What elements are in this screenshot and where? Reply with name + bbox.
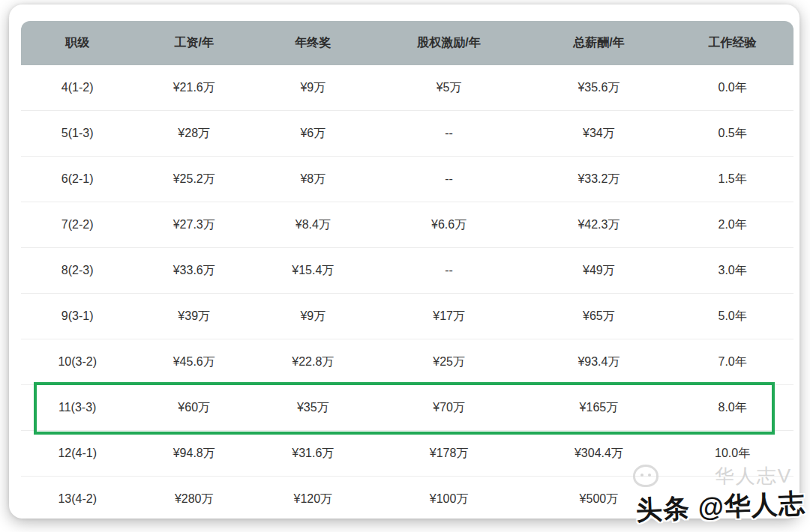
cell-level: 11(3-3) — [21, 385, 134, 431]
cell-experience: 0.5年 — [671, 111, 794, 157]
cell-level: 10(3-2) — [21, 339, 134, 385]
cell-bonus: ¥31.6万 — [254, 431, 372, 477]
table-row: 9(3-1)¥39万¥9万¥17万¥65万5.0年 — [21, 294, 794, 339]
table-row: 4(1-2)¥21.6万¥9万¥5万¥35.6万0.0年 — [21, 65, 794, 111]
cell-equity: -- — [372, 248, 526, 294]
cell-equity: ¥100万 — [372, 477, 526, 519]
cell-salary: ¥25.2万 — [134, 157, 254, 202]
cell-level: 5(1-3) — [21, 111, 134, 157]
cell-bonus: ¥6万 — [254, 111, 372, 157]
table-row: 7(2-2)¥27.3万¥8.4万¥6.6万¥42.3万2.0年 — [21, 202, 794, 248]
cell-equity: ¥6.6万 — [372, 202, 526, 248]
column-header-salary: 工资/年 — [134, 21, 254, 65]
cell-equity: ¥17万 — [372, 294, 526, 339]
cell-level: 4(1-2) — [21, 65, 134, 111]
table-row: 13(4-2)¥280万¥120万¥100万¥500万 — [21, 477, 794, 519]
cell-level: 7(2-2) — [21, 202, 134, 248]
column-header-total: 总薪酬/年 — [526, 21, 672, 65]
table-body: 4(1-2)¥21.6万¥9万¥5万¥35.6万0.0年5(1-3)¥28万¥6… — [21, 65, 794, 519]
salary-table-container: 职级 工资/年 年终奖 股权激励/年 总薪酬/年 工作经验 4(1-2)¥21.… — [21, 21, 794, 519]
column-header-experience: 工作经验 — [671, 21, 794, 65]
cell-level: 8(2-3) — [21, 248, 134, 294]
cell-experience: 8.0年 — [671, 385, 794, 431]
cell-bonus: ¥15.4万 — [254, 248, 372, 294]
table-row: 12(4-1)¥94.8万¥31.6万¥178万¥304.4万10.0年 — [21, 431, 794, 477]
cell-salary: ¥28万 — [134, 111, 254, 157]
column-header-level: 职级 — [21, 21, 134, 65]
cell-experience: 7.0年 — [671, 339, 794, 385]
cell-total: ¥35.6万 — [526, 65, 672, 111]
cell-bonus: ¥8万 — [254, 157, 372, 202]
cell-total: ¥42.3万 — [526, 202, 672, 248]
column-header-bonus: 年终奖 — [254, 21, 372, 65]
cell-salary: ¥60万 — [134, 385, 254, 431]
cell-total: ¥500万 — [526, 477, 672, 519]
cell-equity: -- — [372, 157, 526, 202]
cell-salary: ¥33.6万 — [134, 248, 254, 294]
cell-level: 9(3-1) — [21, 294, 134, 339]
cell-total: ¥304.4万 — [526, 431, 672, 477]
cell-experience: 0.0年 — [671, 65, 794, 111]
cell-salary: ¥280万 — [134, 477, 254, 519]
cell-bonus: ¥9万 — [254, 294, 372, 339]
salary-table: 职级 工资/年 年终奖 股权激励/年 总薪酬/年 工作经验 4(1-2)¥21.… — [21, 21, 794, 519]
cell-salary: ¥45.6万 — [134, 339, 254, 385]
table-row: 8(2-3)¥33.6万¥15.4万--¥49万3.0年 — [21, 248, 794, 294]
cell-bonus: ¥9万 — [254, 65, 372, 111]
cell-equity: -- — [372, 111, 526, 157]
cell-total: ¥33.2万 — [526, 157, 672, 202]
page: 职级 工资/年 年终奖 股权激励/年 总薪酬/年 工作经验 4(1-2)¥21.… — [0, 0, 810, 532]
header-row: 职级 工资/年 年终奖 股权激励/年 总薪酬/年 工作经验 — [21, 21, 794, 65]
table-row: 6(2-1)¥25.2万¥8万--¥33.2万1.5年 — [21, 157, 794, 202]
cell-experience: 3.0年 — [671, 248, 794, 294]
column-header-equity: 股权激励/年 — [372, 21, 526, 65]
cell-total: ¥165万 — [526, 385, 672, 431]
cell-equity: ¥5万 — [372, 65, 526, 111]
cell-equity: ¥178万 — [372, 431, 526, 477]
table-row: 10(3-2)¥45.6万¥22.8万¥25万¥93.4万7.0年 — [21, 339, 794, 385]
salary-table-card: 职级 工资/年 年终奖 股权激励/年 总薪酬/年 工作经验 4(1-2)¥21.… — [9, 4, 800, 519]
cell-bonus: ¥120万 — [254, 477, 372, 519]
cell-total: ¥93.4万 — [526, 339, 672, 385]
cell-bonus: ¥8.4万 — [254, 202, 372, 248]
cell-experience: 2.0年 — [671, 202, 794, 248]
cell-salary: ¥39万 — [134, 294, 254, 339]
cell-experience: 5.0年 — [671, 294, 794, 339]
cell-total: ¥49万 — [526, 248, 672, 294]
cell-salary: ¥27.3万 — [134, 202, 254, 248]
cell-salary: ¥94.8万 — [134, 431, 254, 477]
table-row-highlighted: 11(3-3)¥60万¥35万¥70万¥165万8.0年 — [21, 385, 794, 431]
table-header: 职级 工资/年 年终奖 股权激励/年 总薪酬/年 工作经验 — [21, 21, 794, 65]
cell-experience — [671, 477, 794, 519]
cell-level: 6(2-1) — [21, 157, 134, 202]
cell-equity: ¥25万 — [372, 339, 526, 385]
cell-experience: 1.5年 — [671, 157, 794, 202]
cell-bonus: ¥35万 — [254, 385, 372, 431]
cell-bonus: ¥22.8万 — [254, 339, 372, 385]
cell-total: ¥65万 — [526, 294, 672, 339]
cell-salary: ¥21.6万 — [134, 65, 254, 111]
cell-level: 13(4-2) — [21, 477, 134, 519]
cell-total: ¥34万 — [526, 111, 672, 157]
cell-experience: 10.0年 — [671, 431, 794, 477]
table-row: 5(1-3)¥28万¥6万--¥34万0.5年 — [21, 111, 794, 157]
cell-level: 12(4-1) — [21, 431, 134, 477]
cell-equity: ¥70万 — [372, 385, 526, 431]
